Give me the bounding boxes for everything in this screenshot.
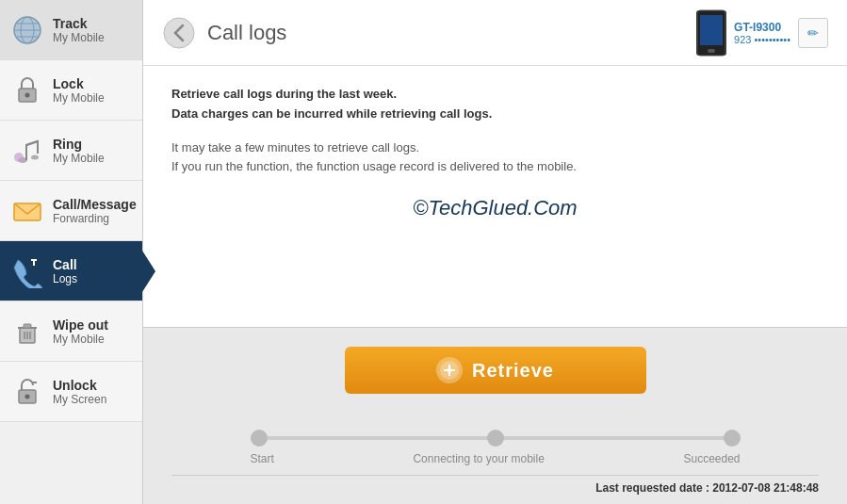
sidebar-sublabel-lock: My Mobile xyxy=(53,91,105,105)
sidebar-label-ring: Ring xyxy=(53,137,105,152)
progress-dot-connecting xyxy=(487,430,504,447)
retrieve-icon xyxy=(436,357,463,383)
progress-labels: Start Connecting to your mobile Succeede… xyxy=(251,452,741,465)
sidebar-sublabel-wipe: My Mobile xyxy=(53,333,108,346)
device-image xyxy=(696,10,726,56)
svg-point-8 xyxy=(31,154,39,159)
sidebar-item-call-forward[interactable]: Call/Message Forwarding xyxy=(0,181,142,241)
retrieve-button[interactable]: Retrieve xyxy=(345,347,646,394)
unlock-icon xyxy=(9,374,45,410)
bottom-panel: Retrieve Start Connecting to your mobile… xyxy=(143,327,847,504)
svg-rect-23 xyxy=(700,15,723,45)
progress-label-succeeded: Succeeded xyxy=(683,452,740,465)
sidebar-label-track: Track xyxy=(53,16,105,31)
sidebar-sublabel-ring: My Mobile xyxy=(53,152,105,165)
sidebar-item-wipe[interactable]: Wipe out My Mobile xyxy=(0,301,142,362)
header-left: Call logs xyxy=(162,16,286,50)
info-bold-text: Retrieve call logs during the last week.… xyxy=(171,85,819,124)
progress-track xyxy=(251,430,741,447)
page-title: Call logs xyxy=(207,21,286,45)
progress-section: Start Connecting to your mobile Succeede… xyxy=(171,430,819,465)
device-details: GT-I9300 923 •••••••••• xyxy=(734,21,790,45)
sidebar-item-ring[interactable]: Ring My Mobile xyxy=(0,121,142,181)
edit-button[interactable]: ✏ xyxy=(798,18,828,48)
lock-icon xyxy=(9,73,45,108)
sidebar-label-call-forward: Call/Message xyxy=(53,197,137,212)
sidebar-item-track[interactable]: Track My Mobile xyxy=(0,0,142,60)
watermark-text: ©TechGlued.Com xyxy=(171,196,819,220)
progress-label-connecting: Connecting to your mobile xyxy=(413,452,544,465)
progress-label-start: Start xyxy=(251,452,274,465)
sidebar: Track My Mobile Lock My Mobile xyxy=(0,0,143,504)
edit-icon: ✏ xyxy=(807,25,819,41)
svg-point-10 xyxy=(14,153,24,162)
sidebar-sublabel-unlock: My Screen xyxy=(53,393,106,406)
svg-rect-14 xyxy=(24,324,31,328)
device-number: 923 •••••••••• xyxy=(734,34,790,45)
svg-line-9 xyxy=(26,141,38,145)
envelope-icon xyxy=(9,193,45,229)
info-normal-text: It may take a few minutes to retrieve ca… xyxy=(171,138,819,178)
globe-icon xyxy=(9,12,45,48)
sidebar-label-wipe: Wipe out xyxy=(53,317,108,333)
sidebar-sublabel-track: My Mobile xyxy=(53,31,105,44)
sidebar-sublabel-call-forward: Forwarding xyxy=(53,212,137,225)
sidebar-item-call-logs[interactable]: Call Logs xyxy=(0,241,142,301)
progress-dot-start xyxy=(251,430,268,447)
sidebar-item-lock[interactable]: Lock My Mobile xyxy=(0,60,142,121)
phone-icon xyxy=(9,253,45,289)
svg-point-21 xyxy=(164,18,194,48)
info-box: Retrieve call logs during the last week.… xyxy=(171,85,819,177)
sidebar-item-unlock[interactable]: Unlock My Screen xyxy=(0,362,142,422)
progress-dot-succeeded xyxy=(724,430,741,447)
content-area: Retrieve call logs during the last week.… xyxy=(143,66,847,327)
header: Call logs GT-I9300 923 •••••••••• ✏ xyxy=(143,0,847,66)
svg-point-19 xyxy=(25,394,30,398)
trash-icon xyxy=(9,314,45,350)
back-icon xyxy=(162,16,196,50)
sidebar-label-unlock: Unlock xyxy=(53,378,106,393)
retrieve-label: Retrieve xyxy=(472,360,554,382)
music-icon xyxy=(9,133,45,169)
device-model: GT-I9300 xyxy=(734,21,790,34)
last-request-value: 2012-07-08 21:48:48 xyxy=(712,481,819,495)
last-request: Last requested date : 2012-07-08 21:48:4… xyxy=(171,475,819,495)
device-info: GT-I9300 923 •••••••••• ✏ xyxy=(696,10,828,56)
sidebar-label-lock: Lock xyxy=(53,76,105,91)
svg-rect-24 xyxy=(708,49,715,53)
svg-point-28 xyxy=(447,367,452,373)
main-panel: Call logs GT-I9300 923 •••••••••• ✏ Re xyxy=(143,0,847,504)
svg-point-6 xyxy=(25,92,30,97)
sidebar-label-call-logs: Call xyxy=(53,257,77,272)
sidebar-sublabel-call-logs: Logs xyxy=(53,272,77,285)
